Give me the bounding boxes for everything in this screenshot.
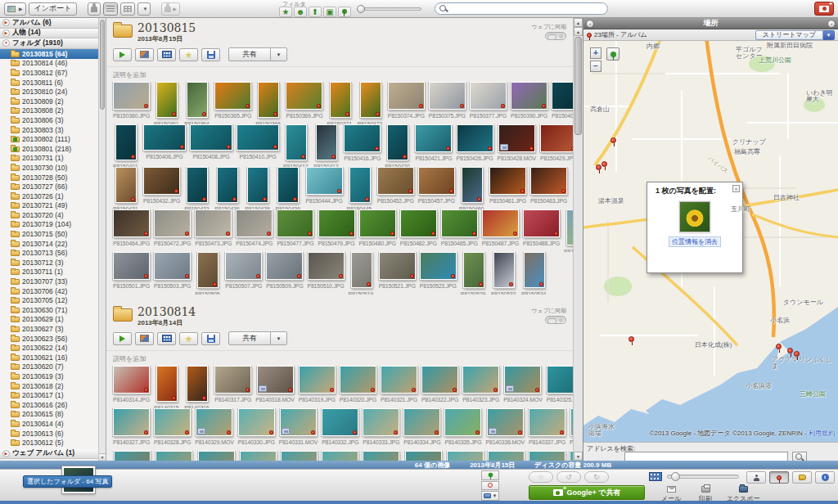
photo-thumbnail[interactable]: [225, 252, 262, 280]
sidebar-folder-item[interactable]: 20130629 (1): [0, 315, 98, 325]
sidebar-section-web-albums[interactable]: ▶ウェブ アルバム (1): [0, 449, 98, 460]
photo-thumbnail[interactable]: [187, 167, 208, 203]
map-pin[interactable]: [787, 348, 793, 353]
scrollbar-thumb[interactable]: [574, 37, 582, 135]
photo-thumbnail[interactable]: [470, 82, 507, 110]
star-filter[interactable]: ★: [279, 7, 292, 17]
play-slideshow-button[interactable]: [113, 332, 132, 345]
photo-thumbnail[interactable]: [363, 451, 399, 461]
photo-thumbnail[interactable]: [156, 82, 178, 118]
photo-thumbnail[interactable]: [143, 124, 186, 151]
sidebar-folder-item[interactable]: 20130802 (111): [0, 134, 98, 144]
photo-thumbnail[interactable]: [330, 82, 351, 118]
sidebar-folder-item[interactable]: 20130630 (71): [0, 305, 98, 315]
import-button[interactable]: インポート: [29, 2, 78, 16]
sidebar-folder-item[interactable]: 20130726 (1): [0, 191, 98, 201]
places-pane-button[interactable]: [769, 471, 789, 484]
photo-thumbnail[interactable]: [444, 408, 481, 436]
photo-thumbnail[interactable]: [552, 82, 573, 110]
sidebar-folder-item[interactable]: 20130706 (42): [0, 286, 98, 296]
scroll-up-arrow[interactable]: ▲: [574, 18, 583, 27]
photo-thumbnail[interactable]: [387, 124, 408, 160]
photo-thumbnail[interactable]: [547, 366, 573, 394]
photo-thumbnail[interactable]: [214, 82, 251, 110]
map-pin[interactable]: [628, 336, 634, 342]
photo-thumbnail[interactable]: [381, 366, 417, 394]
sidebar-folder-item[interactable]: 20130808 (2): [0, 106, 98, 116]
google-plus-photos-button[interactable]: [814, 2, 834, 16]
sidebar-section-people[interactable]: ▶人物 (14): [0, 29, 106, 39]
photo-thumbnail[interactable]: [306, 167, 343, 195]
sidebar-folder-item[interactable]: 20130622 (14): [0, 343, 98, 353]
photo-thumbnail[interactable]: [154, 408, 191, 436]
add-description-field[interactable]: 説明を追加: [106, 350, 573, 366]
sidebar-folder-item[interactable]: 20130727 (66): [0, 182, 98, 191]
create-movie-button[interactable]: [157, 48, 176, 61]
photo-thumbnail[interactable]: [156, 366, 178, 402]
sidebar-folder-item[interactable]: 20130811 (6): [0, 78, 98, 88]
sidebar-scrollbar[interactable]: ▼: [98, 18, 106, 461]
sidebar-folder-item[interactable]: 20130801 (218): [0, 144, 98, 154]
photo-thumbnail[interactable]: [322, 451, 358, 461]
map-pin[interactable]: [601, 161, 607, 167]
tree-view-button[interactable]: [120, 2, 135, 16]
zoom-slider-knob[interactable]: [671, 472, 680, 481]
geotag-filter[interactable]: [338, 7, 351, 17]
photo-thumbnail[interactable]: [308, 252, 345, 280]
sidebar-folder-item[interactable]: 20130730 (10): [0, 163, 98, 173]
photo-thumbnail[interactable]: [363, 408, 399, 436]
sidebar-folder-item[interactable]: 20130731 (1): [0, 154, 98, 164]
photo-thumbnail[interactable]: [403, 408, 440, 436]
sidebar-folder-item[interactable]: 20130815 (64): [0, 49, 98, 59]
photo-thumbnail[interactable]: [214, 366, 251, 394]
save-button[interactable]: [201, 48, 220, 61]
share-dropdown[interactable]: ▼: [271, 47, 287, 61]
photo-thumbnail[interactable]: [530, 167, 567, 195]
photo-thumbnail[interactable]: [154, 252, 191, 280]
map[interactable]: + − 1 枚の写真を配置: × 位置情報を消去 ©2013 Google - …: [583, 41, 838, 442]
hold-selection-button[interactable]: [481, 470, 499, 480]
sidebar-folder-item[interactable]: 20130623 (56): [0, 334, 98, 344]
share-button[interactable]: 共有: [228, 331, 271, 345]
photo-thumbnail[interactable]: [236, 209, 273, 237]
add-description-field[interactable]: 説明を追加: [106, 66, 573, 82]
photo-thumbnail[interactable]: [421, 366, 458, 394]
place-photos-pin-button[interactable]: [606, 47, 619, 61]
photo-thumbnail[interactable]: [258, 82, 279, 118]
photo-thumbnail[interactable]: [280, 408, 317, 436]
panel-next-button[interactable]: ›: [827, 20, 836, 28]
star-button[interactable]: ★: [179, 332, 198, 345]
scrollbar-thumb[interactable]: [100, 20, 105, 110]
properties-pane-button[interactable]: i: [815, 471, 835, 484]
sidebar-folder-item[interactable]: 20130714 (22): [0, 239, 98, 249]
photo-thumbnail[interactable]: [429, 82, 466, 110]
panel-prev-button[interactable]: ‹: [586, 20, 594, 28]
photo-thumbnail[interactable]: [266, 252, 303, 280]
photo-thumbnail[interactable]: [113, 366, 150, 394]
clear-selection-button[interactable]: [481, 481, 499, 491]
create-collage-button[interactable]: [135, 48, 154, 61]
photo-thumbnail[interactable]: [482, 209, 519, 237]
sidebar-folder-item[interactable]: 20130619 (3): [0, 371, 98, 381]
expand-icon[interactable]: ▶: [2, 450, 10, 457]
web-sync-toggle[interactable]: [545, 32, 566, 40]
google-plus-share-button[interactable]: Google+ で共有: [529, 485, 645, 500]
filter-slider[interactable]: [358, 7, 421, 11]
sidebar-folder-item[interactable]: 20130616 (26): [0, 400, 98, 410]
sidebar-folder-item[interactable]: 20130620 (7): [0, 362, 98, 372]
photo-thumbnail[interactable]: [457, 124, 493, 152]
sidebar-folder-item[interactable]: 20130712 (3): [0, 258, 98, 268]
photo-thumbnail[interactable]: [360, 82, 381, 118]
photo-thumbnail[interactable]: [488, 451, 525, 461]
photo-thumbnail[interactable]: [318, 209, 355, 237]
photo-thumbnail[interactable]: [504, 366, 541, 394]
sidebar-folder-item[interactable]: 20130806 (3): [0, 115, 98, 125]
video-filter[interactable]: ▣: [323, 7, 336, 17]
photo-thumbnail[interactable]: [566, 209, 573, 245]
sidebar-folder-item[interactable]: 20130812 (67): [0, 68, 98, 78]
sidebar-folder-item[interactable]: 20130621 (16): [0, 353, 98, 362]
sidebar-folder-item[interactable]: 20130719 (104): [0, 220, 98, 230]
filter-slider-knob[interactable]: [357, 5, 365, 13]
popup-photo-thumbnail[interactable]: [679, 201, 710, 232]
play-slideshow-button[interactable]: [113, 48, 132, 61]
